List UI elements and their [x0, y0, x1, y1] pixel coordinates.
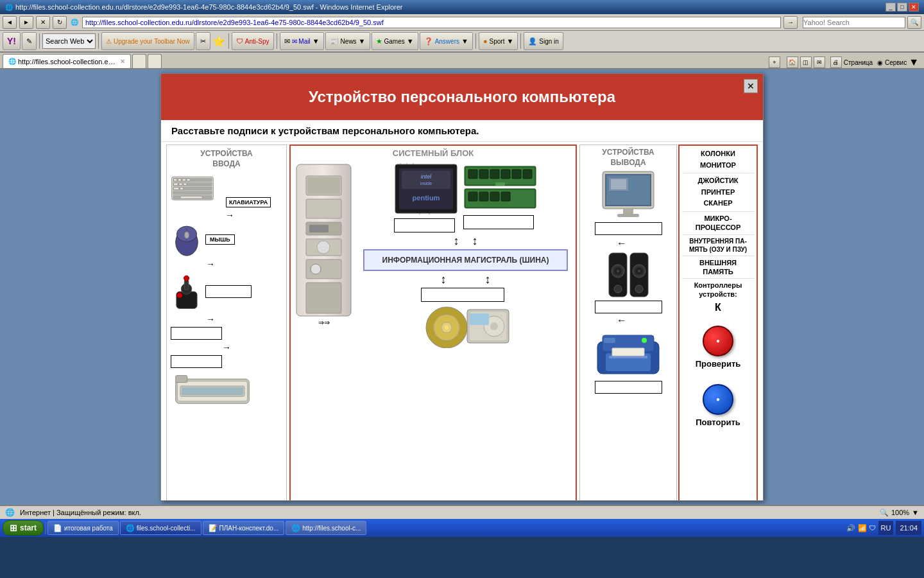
news-icon: 📰 [330, 37, 339, 46]
search-web-dropdown[interactable]: Search Web [42, 33, 96, 49]
close-x-button[interactable]: ✕ [744, 79, 758, 93]
storage-row [358, 288, 573, 351]
svg-point-92 [635, 285, 643, 293]
antispy-button[interactable]: 🛡 Anti-Spy [232, 32, 274, 50]
svg-rect-9 [187, 179, 190, 181]
joystick-image [171, 273, 203, 310]
refresh-button[interactable]: ↻ [53, 16, 67, 29]
check-button[interactable]: ● Проверить [682, 326, 754, 371]
word-sep-3 [682, 234, 754, 235]
feeds-icon[interactable]: ◫ [800, 57, 812, 68]
tab-controls: + 🏠 ◫ ✉ 🖨 Страница ◉ Сервис ▼ [769, 57, 921, 68]
chips-row: intel inside pentium [358, 163, 573, 232]
repeat-button[interactable]: ● Повторить [682, 384, 754, 430]
search-button[interactable]: 🔍 [907, 16, 921, 29]
keyboard-device: КЛАВИАТУРА [171, 171, 282, 207]
word-vnesh[interactable]: ВНЕШНЯЯПАМЯТЬ [682, 258, 754, 277]
word-mikro[interactable]: МИКРО-ПРОЦЕССОР [682, 214, 754, 232]
tab-2[interactable] [132, 54, 146, 68]
svg-rect-28 [182, 387, 243, 396]
restore-button[interactable]: □ [897, 3, 907, 12]
content-area: Устройство персонального компьютера ✕ Ра… [0, 69, 924, 505]
back-button[interactable]: ◄ [3, 16, 17, 29]
taskbar-icon-4: 🌐 [291, 524, 300, 532]
storage-label-box[interactable] [421, 288, 504, 302]
ram-label-box[interactable] [463, 215, 534, 229]
pencil-button[interactable]: ✎ [22, 32, 37, 50]
taskbar-item-1[interactable]: 📄 итоговая работа [47, 521, 119, 535]
word-sep-5 [682, 278, 754, 279]
new-tab-button[interactable]: + [769, 57, 780, 68]
svg-rect-54 [468, 170, 477, 179]
svg-rect-40 [306, 283, 341, 313]
tab-1-close[interactable]: ✕ [120, 58, 125, 65]
address-bar: ◄ ► ✕ ↻ 🌐 http://files.school-collection… [0, 14, 924, 31]
minimize-button[interactable]: _ [886, 3, 896, 12]
games-button[interactable]: ★ Games ▼ [372, 32, 418, 50]
components-area: intel inside pentium [358, 163, 573, 501]
start-label: start [20, 523, 37, 532]
tab-1[interactable]: 🌐 http://files.school-collection.edu.r..… [3, 54, 131, 68]
scissors-button[interactable]: ✂ [196, 32, 210, 50]
print-icon[interactable]: 🖨 [830, 57, 842, 68]
flash-subtitle: Расставьте подписи к устройствам персона… [161, 120, 763, 142]
keyboard-icon [171, 171, 214, 202]
joystick-label-empty[interactable] [205, 285, 252, 298]
signin-button[interactable]: 👤 Sign in [524, 32, 563, 50]
start-button[interactable]: ⊞ start [3, 520, 44, 536]
news-button[interactable]: 📰 News ▼ [325, 32, 370, 50]
taskbar: ⊞ start 📄 итоговая работа 🌐 files.school… [0, 519, 924, 537]
taskbar-icon-1: 📄 [53, 524, 62, 532]
upgrade-text: Upgrade your Toolbar Now [114, 38, 190, 45]
svg-point-23 [184, 276, 189, 281]
title-bar: 🌐 http://files.school-collection.edu.ru/… [0, 0, 924, 14]
toolbar-separator-6 [520, 33, 521, 49]
answers-button[interactable]: ❓ Answers ▼ [420, 32, 473, 50]
yahoo-logo-button[interactable]: Y! [3, 32, 21, 50]
zoom-value: 100% [891, 509, 909, 516]
upgrade-button[interactable]: ⚠ Upgrade your Toolbar Now [101, 32, 194, 50]
games-label: Games [384, 38, 405, 45]
svg-text:intel: intel [421, 173, 432, 180]
system-block-title: СИСТЕМНЫЙ БЛОК [291, 146, 576, 161]
stop-button[interactable]: ✕ [36, 16, 50, 29]
cpu-label-box[interactable] [394, 218, 455, 232]
forward-button[interactable]: ► [19, 16, 33, 29]
svg-point-70 [445, 326, 449, 329]
dropdown-icon: ▼ [909, 57, 919, 68]
mail-button[interactable]: ✉ ✉ Mail ▼ [280, 32, 324, 50]
search-input[interactable] [803, 17, 905, 28]
word-kolonki[interactable]: КОЛОНКИ [682, 148, 754, 160]
taskbar-item-4[interactable]: 🌐 http://files.school-c... [286, 521, 366, 535]
svg-point-39 [311, 264, 321, 274]
svg-rect-32 [307, 177, 340, 194]
svg-point-37 [317, 241, 330, 254]
address-field[interactable]: http://files.school-collection.edu.ru/dl… [82, 17, 781, 28]
word-skaner[interactable]: СКАНЕР [682, 198, 754, 209]
printer-label-box[interactable] [595, 381, 662, 394]
empty-device-label-1[interactable] [171, 327, 222, 340]
mail-label: ✉ Mail [292, 38, 311, 45]
taskbar-item-2[interactable]: 🌐 files.school-collecti... [120, 521, 201, 535]
tab-settings-icon[interactable]: 🏠 [787, 57, 798, 68]
monitor-label-box[interactable] [595, 222, 662, 235]
word-monitor[interactable]: МОНИТОР [682, 160, 754, 171]
speakers-label-box[interactable] [595, 301, 662, 313]
vertical-arrows-down2: ↕ ↕ [358, 274, 573, 285]
mail-icon-tab[interactable]: ✉ [814, 57, 825, 68]
go-button[interactable]: → [783, 16, 798, 29]
word-printer[interactable]: ПРИНТЕР [682, 187, 754, 198]
word-dzhoistik[interactable]: ДЖОЙСТИК [682, 175, 754, 187]
zoom-dropdown[interactable]: ▼ [912, 509, 919, 516]
word-vnutr[interactable]: ВНУТРЕННЯЯ ПА-МЯТЬ (ОЗУ И ПЗУ) [682, 237, 754, 254]
word-sep-4 [682, 256, 754, 256]
close-button[interactable]: ✕ [909, 3, 919, 12]
taskbar-item-3[interactable]: 📝 ПЛАН-конспект.do... [203, 521, 285, 535]
tab-bar: 🌐 http://files.school-collection.edu.r..… [0, 53, 924, 69]
cpu-component: intel inside pentium [394, 163, 458, 232]
address-label: 🌐 [69, 19, 80, 26]
word-k[interactable]: К [682, 299, 754, 316]
tab-3[interactable] [148, 54, 162, 68]
sport-button[interactable]: ● Sport ▼ [479, 32, 518, 50]
empty-device-label-2[interactable] [171, 355, 222, 368]
